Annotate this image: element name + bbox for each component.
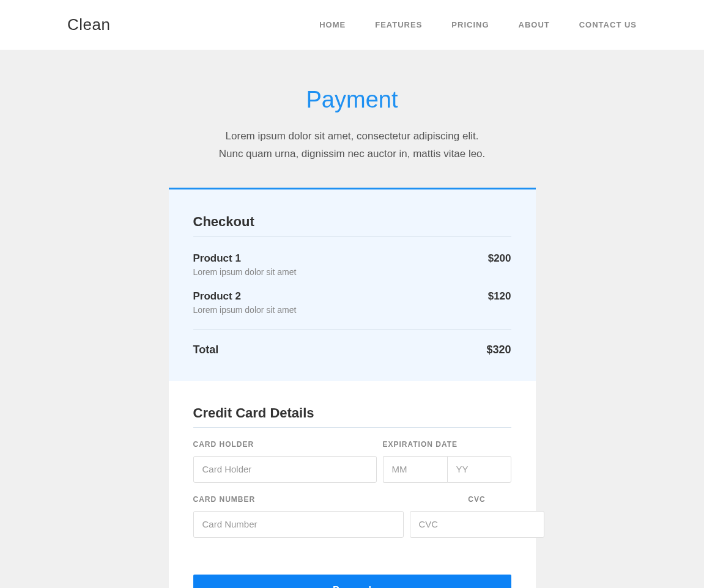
total-row: Total $320 [193,329,511,356]
page-title: Payment [0,87,704,113]
main-nav: HOME FEATURES PRICING ABOUT CONTACT US [319,20,637,29]
line-item: Product 2 Lorem ipsum dolor sit amet $12… [193,287,511,325]
nav-features[interactable]: FEATURES [375,20,422,29]
header: Clean HOME FEATURES PRICING ABOUT CONTAC… [0,0,704,50]
credit-card-section: Credit Card Details CARD HOLDER EXPIRATI… [169,381,536,562]
proceed-row: Proceed [169,562,536,588]
proceed-button[interactable]: Proceed [193,575,511,588]
page-body: Payment Lorem ipsum dolor sit amet, cons… [0,50,704,588]
card-holder-input[interactable] [193,456,377,483]
nav-pricing[interactable]: PRICING [451,20,489,29]
item-price: $200 [488,252,511,265]
nav-about[interactable]: ABOUT [519,20,550,29]
total-value: $320 [486,344,511,356]
cc-heading: Credit Card Details [193,405,511,428]
card-number-label: CARD NUMBER [193,495,404,504]
expiration-label: EXPIRATION DATE [383,440,511,449]
nav-home[interactable]: HOME [319,20,346,29]
item-price: $120 [488,290,511,303]
card-number-input[interactable] [193,511,404,538]
line-item: Product 1 Lorem ipsum dolor sit amet $20… [193,249,511,287]
brand-logo[interactable]: Clean [67,15,110,34]
checkout-heading: Checkout [193,214,511,237]
item-name: Product 2 [193,290,297,303]
expiry-year-input[interactable] [447,456,511,483]
item-desc: Lorem ipsum dolor sit amet [193,267,297,277]
payment-card: Checkout Product 1 Lorem ipsum dolor sit… [169,188,536,588]
item-desc: Lorem ipsum dolor sit amet [193,305,297,315]
expiry-month-input[interactable] [383,456,447,483]
checkout-section: Checkout Product 1 Lorem ipsum dolor sit… [169,189,536,381]
item-name: Product 1 [193,252,297,265]
cvc-input[interactable] [410,511,544,538]
card-holder-label: CARD HOLDER [193,440,377,449]
cvc-label: CVC [410,495,544,504]
total-label: Total [193,344,219,356]
nav-contact[interactable]: CONTACT US [579,20,637,29]
page-subtitle: Lorem ipsum dolor sit amet, consectetur … [218,128,487,163]
